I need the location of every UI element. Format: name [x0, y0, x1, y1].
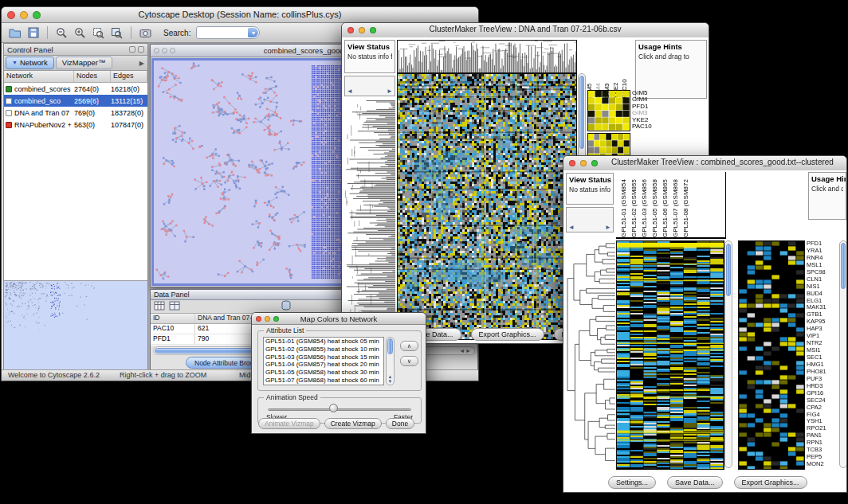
tab-overflow-arrow[interactable]: ▶ [139, 60, 146, 67]
array-label[interactable]: GPL51-02 (GSM855 [630, 172, 638, 237]
array-label[interactable]: GPL51-07 (GSM868 [672, 172, 679, 237]
close-panel-icon[interactable] [138, 46, 144, 53]
array-label[interactable]: GPL51-05 (GSM858 [651, 172, 658, 237]
settings-button[interactable]: Settings... [608, 476, 656, 489]
open-session-icon[interactable] [6, 25, 23, 41]
save-session-icon[interactable] [25, 25, 41, 41]
view-status-title: View Status [347, 42, 392, 51]
export-graphics-button[interactable]: Export Graphics... [471, 328, 544, 341]
zoom-fit-icon[interactable] [90, 25, 107, 41]
column-header-edges[interactable]: Edges [111, 71, 147, 82]
array-label[interactable]: GPL51-01 (GSM854 [620, 172, 627, 237]
move-down-button[interactable]: ∨ [400, 356, 418, 366]
zoom-button[interactable] [273, 316, 279, 322]
attribute-list-item[interactable]: GPL51-03 (GSM856) heat shock 15 min [264, 354, 383, 361]
network-list-item[interactable]: RNAPuberNov2 +563(0)107847(0) [4, 119, 147, 131]
minimize-button[interactable] [265, 316, 270, 322]
search-input[interactable]: ▾ [196, 26, 260, 39]
array-label[interactable]: GPL51-03 (GSM856 [641, 172, 648, 237]
map-colors-dialog[interactable]: Map Colors to Network Attribute List GPL… [251, 312, 426, 434]
speed-slider-thumb[interactable] [329, 404, 338, 412]
column-header-nodes[interactable]: Nodes [74, 71, 111, 82]
treeview-dna-title-bar[interactable]: ClusterMaker TreeView : DNA and Tran 07-… [342, 23, 709, 38]
array-label[interactable]: GPL51-06 (GSM865 [662, 172, 669, 237]
minimize-button[interactable] [580, 160, 587, 166]
tab-vizmapper[interactable]: VizMapper™ [56, 57, 112, 69]
gene-label[interactable]: PAC10 [632, 123, 652, 130]
close-button[interactable] [569, 160, 575, 166]
minimize-button[interactable] [20, 11, 28, 19]
animate-vizmap-button[interactable]: Animate Vizmap [258, 418, 320, 429]
scrollbar-thumb[interactable] [841, 243, 846, 289]
similarity-matrix[interactable] [587, 90, 630, 131]
attribute-list[interactable]: GPL51-01 (GSM854) heat shock 05 minGPL51… [263, 337, 384, 385]
arrow-right-icon[interactable]: ► [387, 88, 393, 95]
zoom-selected-icon[interactable] [108, 25, 125, 41]
gene-dendrogram[interactable] [566, 240, 615, 468]
vertical-scrollbar[interactable] [724, 240, 732, 468]
array-label[interactable]: GPL51-08 (GSM872 [682, 172, 689, 237]
create-vizmap-button[interactable]: Create Vizmap [324, 418, 382, 429]
arrow-right-icon[interactable]: ► [605, 224, 611, 231]
snapshot-icon[interactable] [137, 25, 154, 41]
attribute-list-item[interactable]: GPL51-05 (GSM858) heat shock 30 min [264, 369, 383, 377]
attribute-list-item[interactable]: GPL51-04 (GSM857) heat shock 20 min [264, 361, 383, 369]
network-list-item[interactable]: combined_scores2764(0)16218(0) [4, 83, 147, 95]
attribute-list-item[interactable]: GPL51-02 (GSM855) heat shock 10 min [264, 346, 383, 354]
gene-label[interactable]: MON2 [807, 461, 838, 468]
arrow-left-icon[interactable]: ◄ [568, 224, 575, 231]
main-title-bar[interactable]: Cytoscape Desktop (Session Name: collins… [2, 7, 478, 23]
list-scrollbar[interactable]: ▲▼ [386, 337, 395, 385]
network-list-item[interactable]: DNA and Tran 07769(0)183728(0) [4, 107, 147, 119]
scrollbar-arrows[interactable]: ◄► [459, 348, 472, 354]
global-heatmap[interactable] [397, 73, 577, 340]
move-up-button[interactable]: ∧ [400, 341, 418, 351]
column-header-network[interactable]: Network [4, 71, 74, 82]
attribute-list-item[interactable]: GPL51-07 (GSM868) heat shock 60 min [264, 377, 383, 385]
export-graphics-button[interactable]: Export Graphics... [734, 476, 807, 489]
speed-slider-track[interactable] [268, 408, 411, 411]
attribute-create-icon[interactable] [169, 299, 180, 314]
pan-control[interactable]: ◄ ► [344, 76, 395, 96]
network-nodes: 2764(0) [74, 85, 111, 93]
zoom-in-icon[interactable] [72, 25, 88, 41]
zoom-out-icon[interactable] [53, 25, 70, 41]
scrollbar-thumb[interactable] [387, 338, 393, 354]
scrollbar-arrows[interactable]: ▲▼ [387, 374, 394, 384]
vertical-scrollbar[interactable] [839, 240, 846, 468]
dialog-buttons: Animate VizmapCreate VizmapDone [258, 418, 419, 429]
chevron-down-icon[interactable]: ▾ [248, 28, 258, 37]
network-list-item[interactable]: combined_sco2569(6)13112(15) [4, 95, 147, 107]
row-id: PFD1 [151, 334, 195, 344]
zoom-button[interactable] [33, 11, 41, 19]
attribute-select-icon[interactable] [154, 299, 165, 314]
close-button[interactable] [154, 48, 159, 53]
treeview-combined-window[interactable]: ClusterMaker TreeView : combined_scores_… [563, 155, 847, 493]
close-button[interactable] [347, 27, 354, 33]
attribute-list-item[interactable]: GPL51-01 (GSM854) heat shock 05 min [264, 338, 383, 346]
tab-network-label: Network [20, 58, 48, 67]
dialog-title-bar[interactable]: Map Colors to Network [252, 313, 426, 325]
close-button[interactable] [7, 11, 15, 19]
zoom-heatmap[interactable] [738, 240, 805, 470]
minimize-button[interactable] [359, 27, 365, 33]
float-panel-icon[interactable] [129, 46, 135, 53]
close-button[interactable] [256, 316, 261, 322]
gene-dendrogram[interactable] [344, 100, 395, 338]
zoom-button[interactable] [170, 48, 175, 53]
scrollbar-thumb[interactable] [579, 76, 584, 149]
zoom-button[interactable] [370, 27, 376, 33]
pan-control[interactable]: ◄ ► [566, 207, 614, 232]
scrollbar-thumb[interactable] [726, 244, 731, 296]
tab-network[interactable]: ▼ Network [6, 57, 54, 69]
treeview-combined-title-bar[interactable]: ClusterMaker TreeView : combined_scores_… [563, 156, 846, 171]
done-button[interactable]: Done [386, 418, 414, 429]
arrow-left-icon[interactable]: ◄ [347, 88, 353, 95]
network-overview[interactable] [4, 280, 147, 370]
attribute-list-group: Attribute List GPL51-01 (GSM854) heat sh… [257, 330, 422, 391]
global-heatmap[interactable] [616, 240, 724, 470]
minimize-button[interactable] [162, 48, 167, 53]
zoom-button[interactable] [591, 160, 598, 166]
save-data-button[interactable]: Save Data... [667, 476, 723, 489]
array-dendrogram[interactable] [397, 40, 577, 73]
